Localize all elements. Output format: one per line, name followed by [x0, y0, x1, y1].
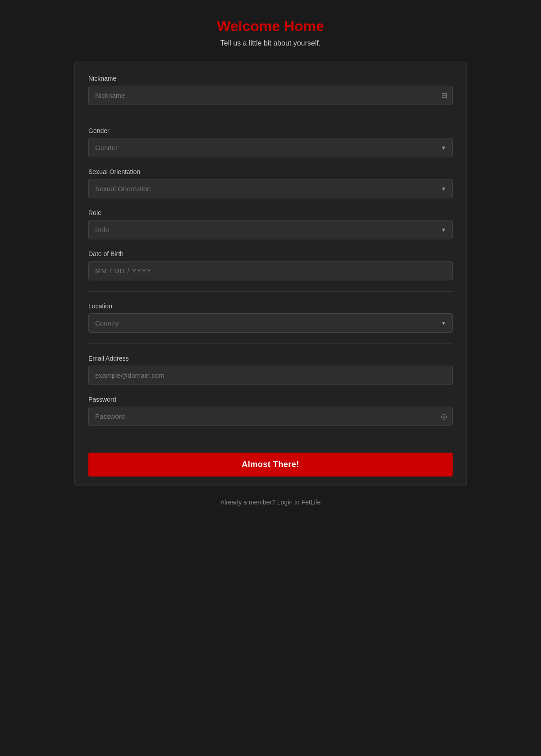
nickname-label: Nickname — [88, 75, 453, 82]
divider-3 — [88, 344, 453, 344]
dob-input[interactable] — [88, 261, 453, 280]
registration-form: Nickname ⊟ Gender Gender Male Female Tra… — [74, 61, 467, 486]
location-label: Location — [88, 302, 453, 310]
password-section: Password ◎ — [88, 396, 453, 426]
page-title: Welcome Home — [217, 18, 324, 35]
gender-select[interactable]: Gender Male Female Trans Male Trans Fema… — [88, 138, 453, 157]
page-header: Welcome Home Tell us a little bit about … — [217, 18, 324, 47]
email-section: Email Address — [88, 355, 453, 385]
login-link-container: Already a member? Login to FetLife — [220, 499, 321, 506]
gender-label: Gender — [88, 127, 453, 134]
dob-section: Date of Birth — [88, 250, 453, 280]
divider-1 — [88, 116, 453, 116]
divider-2 — [88, 291, 453, 292]
password-input-wrapper: ◎ — [88, 407, 453, 426]
role-label: Role — [88, 209, 453, 216]
dob-label: Date of Birth — [88, 250, 453, 257]
password-label: Password — [88, 396, 453, 403]
login-text[interactable]: Already a member? Login to FetLife — [220, 499, 321, 506]
divider-4 — [88, 437, 453, 437]
nickname-input-wrapper: ⊟ — [88, 86, 453, 105]
role-section: Role Role Dominant Submissive Switch Sad… — [88, 209, 453, 239]
sexual-orientation-select[interactable]: Sexual Orientation Straight Gay Lesbian … — [88, 179, 453, 198]
country-select-wrapper: Country United States United Kingdom Can… — [88, 313, 453, 333]
role-select[interactable]: Role Dominant Submissive Switch Sadist M… — [88, 220, 453, 239]
gender-section: Gender Gender Male Female Trans Male Tra… — [88, 127, 453, 157]
nickname-input[interactable] — [88, 86, 453, 105]
country-select[interactable]: Country United States United Kingdom Can… — [88, 313, 453, 333]
email-label: Email Address — [88, 355, 453, 362]
sexual-orientation-select-wrapper: Sexual Orientation Straight Gay Lesbian … — [88, 179, 453, 198]
submit-button[interactable]: Almost There! — [88, 453, 453, 477]
sexual-orientation-section: Sexual Orientation Sexual Orientation St… — [88, 168, 453, 198]
password-input[interactable] — [88, 407, 453, 426]
role-select-wrapper: Role Dominant Submissive Switch Sadist M… — [88, 220, 453, 239]
nickname-section: Nickname ⊟ — [88, 75, 453, 105]
page-subtitle: Tell us a little bit about yourself. — [217, 39, 324, 47]
gender-select-wrapper: Gender Male Female Trans Male Trans Fema… — [88, 138, 453, 157]
location-section: Location Country United States United Ki… — [88, 302, 453, 333]
sexual-orientation-label: Sexual Orientation — [88, 168, 453, 175]
email-input[interactable] — [88, 366, 453, 385]
